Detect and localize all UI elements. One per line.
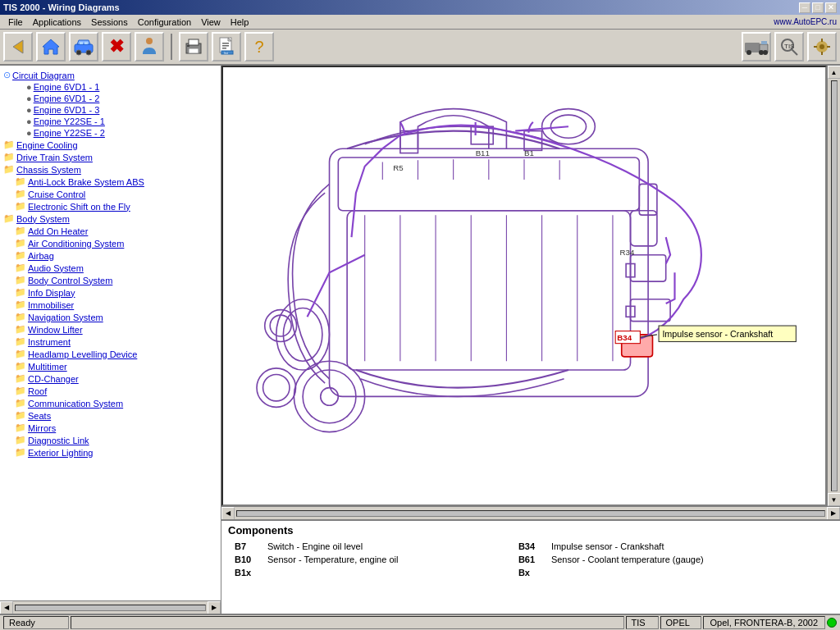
components-table: B7 Switch - Engine oil level B34 Impulse… xyxy=(228,540,833,579)
maximize-button[interactable]: □ xyxy=(812,2,824,13)
toolbar-stop-button[interactable]: ✖ xyxy=(102,32,131,62)
menu-configuration[interactable]: Configuration xyxy=(133,16,196,29)
tree-diagnostic-link[interactable]: 📁 Diagnostic Link xyxy=(0,434,221,446)
close-button[interactable]: ✕ xyxy=(825,2,837,13)
toolbar-car-button[interactable] xyxy=(69,32,98,62)
menu-file[interactable]: File xyxy=(3,16,28,29)
scroll-right-btn[interactable]: ▶ xyxy=(827,507,840,520)
tree-headlamp-levelling[interactable]: 📁 Headlamp Levelling Device xyxy=(0,348,221,360)
communication-system-link[interactable]: Communication System xyxy=(28,399,123,409)
svg-point-25 xyxy=(763,50,768,55)
navigation-system-link[interactable]: Navigation System xyxy=(28,313,103,322)
chassis-system-link[interactable]: Chassis System xyxy=(16,165,81,175)
tree-electronic-shift[interactable]: 📁 Electronic Shift on the Fly xyxy=(0,200,221,212)
multitimer-link[interactable]: Multitimer xyxy=(28,362,67,372)
immobiliser-link[interactable]: Immobiliser xyxy=(28,300,74,310)
abs-link[interactable]: Anti-Lock Brake System ABS xyxy=(28,177,144,187)
drive-train-link[interactable]: Drive Train System xyxy=(16,153,93,162)
menu-sessions[interactable]: Sessions xyxy=(86,16,133,29)
add-on-heater-link[interactable]: Add On Heater xyxy=(28,226,88,236)
tree-exterior-lighting[interactable]: 📁 Exterior Lighting xyxy=(0,446,221,459)
tree-engine-6vd1-2[interactable]: ● Engine 6VD1 - 2 xyxy=(0,93,221,104)
diagram-scrollbar-h[interactable]: ◀ ▶ xyxy=(221,506,840,519)
comp-code-b1x: B1x xyxy=(228,566,261,579)
tree-circuit-diagram[interactable]: ⊙ Circuit Diagram xyxy=(0,69,221,81)
tree-body-system[interactable]: 📁 Body System xyxy=(0,212,221,225)
scroll-down-arrow[interactable]: ▼ xyxy=(828,493,841,506)
airbag-link[interactable]: Airbag xyxy=(28,251,54,261)
scroll-right-arrow[interactable]: ▶ xyxy=(208,601,221,614)
electronic-shift-link[interactable]: Electronic Shift on the Fly xyxy=(28,202,130,212)
minimize-button[interactable]: ─ xyxy=(799,2,810,13)
comp-code-b7: B7 xyxy=(228,540,261,553)
toolbar-help-button[interactable]: ? xyxy=(244,32,274,62)
tree-add-on-heater[interactable]: 📁 Add On Heater xyxy=(0,225,221,237)
left-panel-scrollbar-h[interactable]: ◀ ▶ xyxy=(0,600,221,614)
tree-scroll[interactable]: ⊙ Circuit Diagram ● Engine 6VD1 - 1 ● En… xyxy=(0,66,221,600)
toolbar-person-button[interactable] xyxy=(135,32,164,62)
tree-window-lifter[interactable]: 📁 Window Lifter xyxy=(0,323,221,336)
mirrors-link[interactable]: Mirrors xyxy=(28,423,56,433)
menu-help[interactable]: Help xyxy=(226,16,254,29)
tree-instrument[interactable]: 📁 Instrument xyxy=(0,336,221,348)
tree-air-conditioning[interactable]: 📁 Air Conditioning System xyxy=(0,237,221,249)
cruise-control-link[interactable]: Cruise Control xyxy=(28,189,85,199)
tree-abs[interactable]: 📁 Anti-Lock Brake System ABS xyxy=(0,176,221,188)
tree-audio-system[interactable]: 📁 Audio System xyxy=(0,262,221,274)
window-lifter-link[interactable]: Window Lifter xyxy=(28,325,83,335)
exterior-lighting-link[interactable]: Exterior Lighting xyxy=(28,448,94,458)
tree-communication-system[interactable]: 📁 Communication System xyxy=(0,397,221,409)
tree-engine-6vd1-1[interactable]: ● Engine 6VD1 - 1 xyxy=(0,81,221,93)
tree-airbag[interactable]: 📁 Airbag xyxy=(0,249,221,262)
tree-cruise-control[interactable]: 📁 Cruise Control xyxy=(0,188,221,200)
roof-link[interactable]: Roof xyxy=(28,386,47,396)
engine-6vd1-3-link[interactable]: Engine 6VD1 - 3 xyxy=(34,105,100,115)
diagram-scrollbar-v[interactable]: ▲ ▼ xyxy=(827,66,840,506)
tree-engine-cooling[interactable]: 📁 Engine Cooling xyxy=(0,139,221,151)
tree-body-control[interactable]: 📁 Body Control System xyxy=(0,274,221,286)
body-system-link[interactable]: Body System xyxy=(16,214,70,224)
scroll-up-arrow[interactable]: ▲ xyxy=(828,66,841,79)
engine-6vd1-2-link[interactable]: Engine 6VD1 - 2 xyxy=(34,94,100,103)
tree-engine-6vd1-3[interactable]: ● Engine 6VD1 - 3 xyxy=(0,104,221,116)
toolbar-home-button[interactable] xyxy=(36,32,66,62)
tree-engine-y22se-1[interactable]: ● Engine Y22SE - 1 xyxy=(0,116,221,127)
diagnostic-link-link[interactable]: Diagnostic Link xyxy=(28,436,89,445)
tree-mirrors[interactable]: 📁 Mirrors xyxy=(0,422,221,434)
instrument-link[interactable]: Instrument xyxy=(28,337,71,347)
tree-engine-y22se-2[interactable]: ● Engine Y22SE - 2 xyxy=(0,127,221,139)
toolbar-arrow-button[interactable] xyxy=(3,32,33,62)
tree-roof[interactable]: 📁 Roof xyxy=(0,385,221,397)
tree-info-display[interactable]: 📁 Info Display xyxy=(0,286,221,299)
engine-6vd1-1-link[interactable]: Engine 6VD1 - 1 xyxy=(34,82,100,92)
audio-system-link[interactable]: Audio System xyxy=(28,263,84,273)
seats-link[interactable]: Seats xyxy=(28,411,51,421)
folder-icon: 📁 xyxy=(15,386,26,396)
tree-chassis-system[interactable]: 📁 Chassis System xyxy=(0,163,221,176)
scroll-left-btn[interactable]: ◀ xyxy=(221,507,235,520)
menu-bar: File Applications Sessions Configuration… xyxy=(0,15,840,30)
engine-y22se-1-link[interactable]: Engine Y22SE - 1 xyxy=(34,116,105,126)
tree-drive-train[interactable]: 📁 Drive Train System xyxy=(0,151,221,163)
menu-applications[interactable]: Applications xyxy=(28,16,86,29)
cd-changer-link[interactable]: CD-Changer xyxy=(28,374,79,384)
headlamp-levelling-link[interactable]: Headlamp Levelling Device xyxy=(28,349,137,359)
info-display-link[interactable]: Info Display xyxy=(28,288,75,298)
air-conditioning-link[interactable]: Air Conditioning System xyxy=(28,239,124,249)
tree-immobiliser[interactable]: 📁 Immobiliser xyxy=(0,299,221,311)
tree-seats[interactable]: 📁 Seats xyxy=(0,409,221,422)
toolbar-settings-button[interactable] xyxy=(807,32,837,62)
body-control-link[interactable]: Body Control System xyxy=(28,276,112,285)
engine-y22se-2-link[interactable]: Engine Y22SE - 2 xyxy=(34,128,105,138)
tree-cd-changer[interactable]: 📁 CD-Changer xyxy=(0,372,221,385)
menu-view[interactable]: View xyxy=(196,16,226,29)
tree-navigation-system[interactable]: 📁 Navigation System xyxy=(0,311,221,323)
tree-multitimer[interactable]: 📁 Multitimer xyxy=(0,360,221,372)
toolbar-document-button[interactable]: list xyxy=(212,32,241,62)
toolbar-truck-button[interactable] xyxy=(742,32,771,62)
engine-cooling-link[interactable]: Engine Cooling xyxy=(16,140,78,150)
toolbar-print-button[interactable] xyxy=(179,32,208,62)
circuit-diagram-link[interactable]: Circuit Diagram xyxy=(12,71,75,80)
toolbar-search-button[interactable]: TIS xyxy=(774,32,804,62)
scroll-left-arrow[interactable]: ◀ xyxy=(0,601,13,614)
